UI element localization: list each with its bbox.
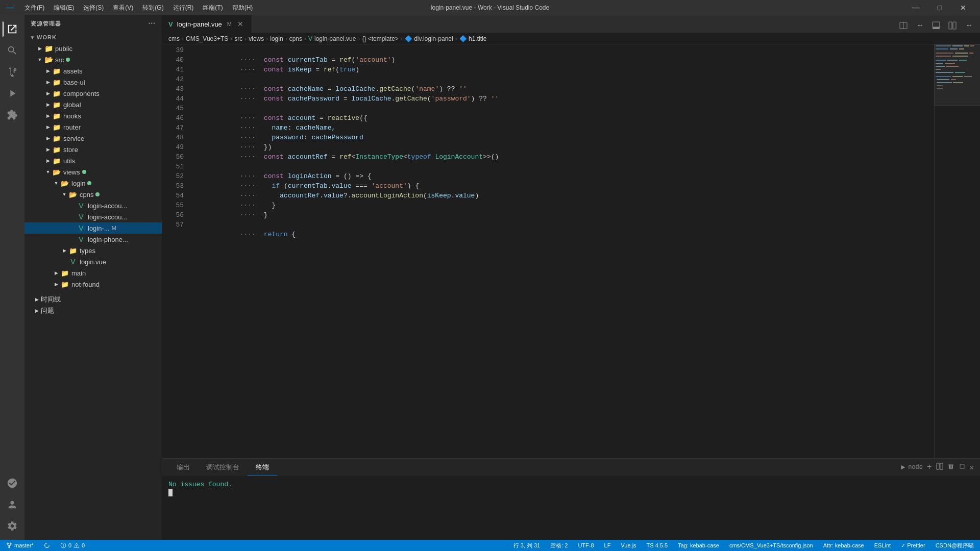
breadcrumb-item-cms-vue3ts[interactable]: CMS_Vue3+TS <box>186 35 228 42</box>
close-button[interactable]: ✕ <box>951 0 975 15</box>
breadcrumb-item-div-login[interactable]: 🔷 div.login-panel <box>405 35 453 42</box>
breadcrumb-item-h1[interactable]: 🔷 h1.title <box>459 35 487 42</box>
maximize-button[interactable]: □ <box>928 0 951 15</box>
status-language[interactable]: Vue.js <box>619 542 638 549</box>
sidebar-item-not-found[interactable]: ▶ 📁 not-found <box>24 279 162 290</box>
breadcrumb-item-views[interactable]: views <box>249 35 264 42</box>
sidebar-item-views[interactable]: ▼ 📂 views <box>24 166 162 178</box>
split-editor-icon[interactable] <box>896 18 911 33</box>
delete-terminal-icon[interactable] <box>947 463 954 472</box>
account-icon[interactable] <box>3 495 22 514</box>
search-icon[interactable] <box>3 41 22 60</box>
settings-icon[interactable] <box>3 516 22 536</box>
sidebar-item-router[interactable]: ▶ 📁 router <box>24 121 162 133</box>
sidebar-item-types[interactable]: ▶ 📁 types <box>24 245 162 256</box>
toggle-panel-icon[interactable] <box>929 18 943 33</box>
sidebar-item-work[interactable]: ▼ WORK <box>24 32 162 43</box>
modified-dot <box>66 58 70 62</box>
code-content[interactable]: ····const currentTab = ref('account') ··… <box>188 44 934 458</box>
vue-file-icon: V <box>77 235 86 244</box>
menu-file[interactable]: 文件(F) <box>20 3 48 13</box>
sidebar-item-service[interactable]: ▶ 📁 service <box>24 133 162 144</box>
sidebar-item-base-ui[interactable]: ▶ 📁 base-ui <box>24 77 162 88</box>
git-branch-label: master* <box>14 542 34 548</box>
menu-view[interactable]: 查看(V) <box>109 3 137 13</box>
status-eslint[interactable]: ESLint <box>872 542 893 549</box>
run-debug-icon[interactable] <box>3 84 22 103</box>
sidebar-item-login-account1[interactable]: ▶ V login-accou... <box>24 200 162 211</box>
status-prettier[interactable]: ✓ Prettier <box>899 542 927 549</box>
status-errors[interactable]: 0 0 <box>58 542 87 548</box>
sidebar-item-utils[interactable]: ▶ 📁 utils <box>24 155 162 166</box>
remote-icon[interactable] <box>3 473 22 493</box>
add-terminal-icon[interactable]: + <box>927 463 932 472</box>
layout-icon[interactable] <box>945 18 960 33</box>
terminal-tab-terminal[interactable]: 终端 <box>248 460 277 475</box>
sidebar-item-timeline[interactable]: ▶ 时间线 <box>24 294 162 305</box>
status-git-branch[interactable]: master* <box>4 542 36 548</box>
terminal-tab-debug[interactable]: 调试控制台 <box>198 460 248 475</box>
status-bar: master* 0 0 行 3, 列 31 空格: 2 UTF-8 LF Vue… <box>0 540 980 551</box>
code-line-39: ····const currentTab = ref('account') <box>192 45 934 55</box>
breadcrumb-item-cpns[interactable]: cpns <box>289 35 302 42</box>
sidebar-item-hooks[interactable]: ▶ 📁 hooks <box>24 110 162 121</box>
menu-goto[interactable]: 转到(G) <box>138 3 167 13</box>
sidebar-item-login-vue[interactable]: ▶ V login.vue <box>24 256 162 267</box>
terminal-tab-output[interactable]: 输出 <box>168 460 198 475</box>
explorer-icon[interactable] <box>3 19 22 39</box>
customize-layout-icon[interactable]: ⋯ <box>962 18 976 33</box>
status-line-col[interactable]: 行 3, 列 31 <box>511 542 543 549</box>
status-sync[interactable] <box>42 542 52 548</box>
sidebar-item-assets[interactable]: ▶ 📁 assets <box>24 65 162 77</box>
breadcrumb-item-src[interactable]: src <box>234 35 242 42</box>
menu-run[interactable]: 运行(R) <box>169 3 198 13</box>
maximize-terminal-icon[interactable] <box>959 463 966 472</box>
sidebar-item-cpns[interactable]: ▼ 📂 cpns <box>24 189 162 200</box>
sidebar-item-global[interactable]: ▶ 📁 global <box>24 99 162 110</box>
status-tsconfig[interactable]: cms/CMS_Vue3+TS/tsconfig.json <box>727 542 815 549</box>
sidebar-item-components[interactable]: ▶ 📁 components <box>24 88 162 99</box>
more-actions-icon[interactable]: ⋯ <box>913 18 927 33</box>
status-tag[interactable]: Tag: kebab-case <box>676 542 721 549</box>
status-spaces[interactable]: 空格: 2 <box>548 542 570 549</box>
status-encoding[interactable]: UTF-8 <box>576 542 596 549</box>
close-terminal-icon[interactable]: ✕ <box>970 463 974 472</box>
status-user[interactable]: CSDN@程序喵 <box>934 542 976 549</box>
split-terminal-icon[interactable] <box>936 463 943 472</box>
menu-select[interactable]: 选择(S) <box>79 3 108 13</box>
status-eol[interactable]: LF <box>602 542 613 549</box>
collapse-arrow-icon: ▶ <box>44 123 52 131</box>
status-attr[interactable]: Attr: kebab-case <box>821 542 866 549</box>
sidebar-item-main[interactable]: ▶ 📁 main <box>24 267 162 279</box>
breadcrumb: cms › CMS_Vue3+TS › src › views › login … <box>162 33 980 44</box>
breadcrumb-item-cms[interactable]: cms <box>168 35 180 42</box>
breadcrumb-item-login-panel[interactable]: login-panel.vue <box>314 35 356 42</box>
breadcrumb-item-login[interactable]: login <box>270 35 283 42</box>
sidebar-item-login-account2[interactable]: ▶ V login-accou... <box>24 211 162 222</box>
sidebar-item-login-panel[interactable]: ▶ V login-... M <box>24 222 162 234</box>
menu-terminal[interactable]: 终端(T) <box>199 3 227 13</box>
encoding-label: UTF-8 <box>578 542 594 548</box>
tab-close-button[interactable]: ✕ <box>236 19 245 29</box>
run-node-icon[interactable]: node <box>899 464 923 471</box>
active-tab[interactable]: V login-panel.vue M ✕ <box>162 15 252 33</box>
code-editor[interactable]: 39 40 41 42 43 44 45 46 47 48 49 50 51 5… <box>162 44 980 458</box>
sidebar-item-label: 时间线 <box>41 295 61 304</box>
activity-bar <box>0 15 24 540</box>
sidebar-item-public[interactable]: ▶ 📁 public <box>24 43 162 54</box>
new-file-icon[interactable]: ⋯ <box>148 19 156 28</box>
sidebar-item-src[interactable]: ▼ 📂 src <box>24 54 162 65</box>
status-typescript[interactable]: TS 4.5.5 <box>645 542 670 549</box>
extensions-icon[interactable] <box>3 105 22 124</box>
menu-edit[interactable]: 编辑(E) <box>50 3 78 13</box>
minimize-button[interactable]: — <box>904 0 928 15</box>
terminal-content[interactable]: No issues found. <box>162 477 980 540</box>
breadcrumb-item-template[interactable]: {} <template> <box>362 35 398 42</box>
menu-help[interactable]: 帮助(H) <box>228 3 257 13</box>
sidebar-item-login[interactable]: ▼ 📂 login <box>24 178 162 189</box>
sidebar-item-store[interactable]: ▶ 📁 store <box>24 144 162 155</box>
sidebar-item-problems[interactable]: ▶ 问题 <box>24 305 162 316</box>
svg-rect-3 <box>953 22 956 29</box>
source-control-icon[interactable] <box>3 62 22 82</box>
sidebar-item-login-phone[interactable]: ▶ V login-phone... <box>24 234 162 245</box>
